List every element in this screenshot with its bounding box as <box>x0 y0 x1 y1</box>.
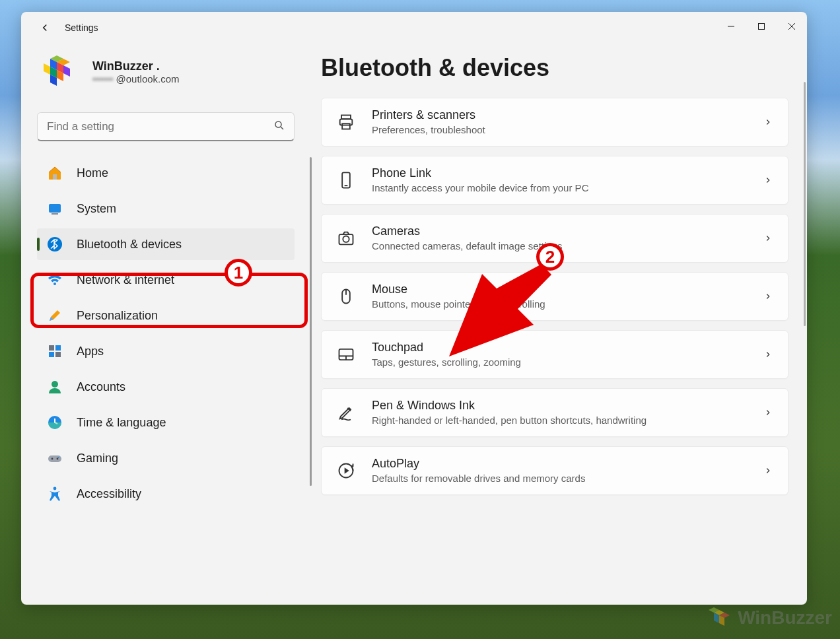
titlebar: Settings <box>21 12 807 44</box>
card-pen-ink[interactable]: Pen & Windows Ink Right-handed or left-h… <box>321 388 788 437</box>
card-cameras[interactable]: Cameras Connected cameras, default image… <box>321 214 788 263</box>
card-mouse[interactable]: Mouse Buttons, mouse pointer speed, scro… <box>321 272 788 321</box>
chevron-right-icon <box>761 174 775 187</box>
avatar <box>37 49 83 95</box>
time-icon <box>46 414 63 431</box>
card-title: Pen & Windows Ink <box>372 399 747 413</box>
svg-rect-16 <box>49 204 61 213</box>
card-phone-link[interactable]: Phone Link Instantly access your mobile … <box>321 156 788 205</box>
personalization-icon <box>46 307 63 324</box>
settings-window: Settings <box>21 12 807 605</box>
card-title: Mouse <box>372 283 747 297</box>
mouse-icon <box>335 285 357 308</box>
sidebar-item-label: Home <box>77 166 108 180</box>
sidebar-item-label: Gaming <box>77 452 118 465</box>
sidebar-item-label: Accounts <box>77 380 125 394</box>
svg-rect-22 <box>49 352 54 357</box>
avatar-cubes-icon <box>40 51 81 92</box>
minimize-button[interactable] <box>716 12 746 41</box>
back-button[interactable] <box>33 16 57 40</box>
autoplay-icon <box>335 459 357 482</box>
sidebar-item-personalization[interactable]: Personalization <box>37 300 295 331</box>
wifi-icon <box>46 271 63 288</box>
minimize-icon <box>727 22 735 30</box>
card-title: Cameras <box>372 224 747 239</box>
user-name: WinBuzzer . <box>92 59 180 73</box>
sidebar-item-apps[interactable]: Apps <box>37 335 295 367</box>
card-subtitle: Preferences, troubleshoot <box>372 124 747 136</box>
card-title: AutoPlay <box>372 457 747 471</box>
card-printers-scanners[interactable]: Printers & scanners Preferences, trouble… <box>321 98 788 147</box>
main-scrollbar[interactable] <box>804 82 806 326</box>
sidebar-item-bluetooth[interactable]: Bluetooth & devices <box>37 228 295 260</box>
svg-rect-1 <box>759 24 765 30</box>
svg-marker-10 <box>63 65 70 77</box>
window-title: Settings <box>65 22 98 33</box>
main-content: Bluetooth & devices Printers & scanners … <box>310 44 807 605</box>
page-title: Bluetooth & devices <box>321 54 788 82</box>
camera-icon <box>335 227 357 250</box>
settings-cards: Printers & scanners Preferences, trouble… <box>321 98 788 495</box>
card-autoplay[interactable]: AutoPlay Defaults for removable drives a… <box>321 446 788 495</box>
sidebar-item-time[interactable]: Time & language <box>37 407 295 438</box>
svg-rect-15 <box>53 174 57 180</box>
svg-point-30 <box>53 487 57 490</box>
card-title: Printers & scanners <box>372 108 747 123</box>
card-subtitle: Taps, gestures, scrolling, zooming <box>372 356 747 368</box>
svg-rect-26 <box>48 455 61 462</box>
maximize-button[interactable] <box>746 12 777 41</box>
sidebar-item-network[interactable]: Network & internet <box>37 264 295 296</box>
sidebar: WinBuzzer . •••••• @outlook.com <box>21 44 310 605</box>
chevron-right-icon <box>761 290 775 303</box>
svg-rect-23 <box>55 352 61 357</box>
chevron-right-icon <box>761 232 775 245</box>
search-input[interactable] <box>37 112 295 141</box>
maximize-icon <box>757 22 765 30</box>
card-subtitle: Defaults for removable drives and memory… <box>372 473 747 485</box>
sidebar-item-label: Time & language <box>77 416 166 430</box>
card-touchpad[interactable]: Touchpad Taps, gestures, scrolling, zoom… <box>321 330 788 379</box>
sidebar-item-label: System <box>77 202 116 216</box>
svg-point-19 <box>53 283 56 285</box>
touchpad-icon <box>335 343 357 366</box>
sidebar-item-gaming[interactable]: Gaming <box>37 442 295 474</box>
chevron-right-icon <box>761 464 775 477</box>
card-subtitle: Right-handed or left-handed, pen button … <box>372 415 747 426</box>
close-button[interactable] <box>777 12 807 41</box>
system-icon <box>46 200 63 217</box>
sidebar-item-label: Apps <box>77 345 104 358</box>
search-wrap <box>37 112 295 141</box>
card-title: Touchpad <box>372 341 747 355</box>
sidebar-item-label: Personalization <box>77 309 158 323</box>
svg-rect-21 <box>55 345 61 351</box>
chevron-right-icon <box>761 116 775 129</box>
card-subtitle: Instantly access your mobile device from… <box>372 182 747 194</box>
sidebar-item-accessibility[interactable]: Accessibility <box>37 478 295 510</box>
user-email: •••••• @outlook.com <box>92 73 180 84</box>
home-icon <box>46 164 63 182</box>
sidebar-item-accounts[interactable]: Accounts <box>37 371 295 403</box>
sidebar-item-system[interactable]: System <box>37 193 295 224</box>
svg-rect-17 <box>52 213 58 215</box>
sidebar-item-home[interactable]: Home <box>37 157 295 189</box>
svg-line-14 <box>281 127 283 129</box>
printer-icon <box>335 111 357 133</box>
accessibility-icon <box>46 485 63 502</box>
svg-marker-8 <box>44 63 50 75</box>
bluetooth-icon <box>46 236 63 253</box>
svg-point-28 <box>57 458 59 460</box>
back-arrow-icon <box>39 22 51 34</box>
sidebar-item-label: Network & internet <box>77 273 174 287</box>
phone-icon <box>335 169 357 191</box>
svg-point-37 <box>343 236 349 242</box>
svg-rect-20 <box>49 345 54 351</box>
card-title: Phone Link <box>372 166 747 181</box>
svg-point-13 <box>275 121 281 127</box>
apps-icon <box>46 343 63 360</box>
svg-point-27 <box>52 458 53 460</box>
svg-point-29 <box>58 457 59 458</box>
pen-icon <box>335 401 357 424</box>
user-profile[interactable]: WinBuzzer . •••••• @outlook.com <box>37 44 295 107</box>
chevron-right-icon <box>761 348 775 361</box>
window-controls <box>716 12 807 41</box>
